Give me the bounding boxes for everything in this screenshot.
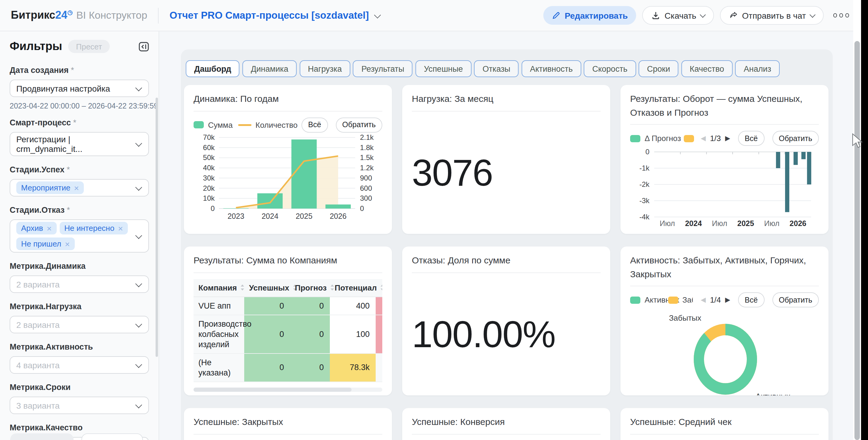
sidebar-bottom-buttons [10,433,143,440]
column-header[interactable]: Потенциал [330,279,376,296]
chart-control-button[interactable]: Всё [738,131,764,146]
tab-5[interactable]: Успешные [415,60,471,77]
filter-select[interactable]: 2 варианта [10,316,149,333]
date-range-note: 2023-04-22 00:00:00 – 2026-04-22 23:59:5… [10,102,149,110]
top-bar: Битрикс24◷BI Конструктор Отчет PRO Смарт… [0,0,861,31]
scrollbar-thumb[interactable] [193,387,351,391]
page-next-icon[interactable]: ▶ [725,296,730,304]
tab-11[interactable]: Анализ [735,60,780,77]
page-prev-icon[interactable]: ◀ [701,134,706,142]
card-title: Результаты: Оборот — сумма Успешных, Отк… [630,92,819,119]
legend-item[interactable]: Забытых [668,295,693,304]
column-header[interactable]: Прогноз [290,279,330,296]
legend-pagination: ◀1/4▶ [701,295,730,304]
send-to-chat-button[interactable]: Отправить в чат [720,6,824,25]
svg-text:Июл: Июл [712,219,727,227]
page-scrollbar[interactable] [853,0,861,440]
divider [630,124,819,125]
sidebar-scrollbar[interactable] [155,98,158,357]
sidebar-button-partial[interactable] [82,433,143,440]
table-row[interactable]: Производство колбасных изделий00100 [193,315,382,353]
remove-tag-icon[interactable]: × [47,223,52,233]
svg-text:-2k: -2k [640,180,650,188]
chart-control-button[interactable]: Обратить [336,117,382,132]
tab-8[interactable]: Скорость [584,60,636,77]
more-menu-button[interactable] [832,10,850,21]
remove-tag-icon[interactable]: × [74,183,79,193]
filter-select[interactable]: Архив×Не интересно×Не пришел× [10,219,149,253]
main-area: ДашбордДинамикаНагрузкаРезультатыУспешны… [160,31,853,440]
tab-9[interactable]: Сроки [639,60,678,77]
card-results-table: Результаты: Сумма по Компаниям КомпанияУ… [184,247,392,396]
column-header[interactable]: Успешных [244,279,290,296]
chevron-down-icon [135,401,142,408]
dynamics-chart[interactable]: 0010k30020k60030k90040k1.2k50k1.5k60k1.8… [193,132,382,224]
tab-7[interactable]: Активность [522,60,581,77]
divider [412,434,600,434]
filter-tag: Мероприятие× [16,182,84,194]
sort-icon [240,284,245,291]
scrollbar-thumb[interactable] [855,41,860,440]
tab-6[interactable]: Отказы [474,60,519,77]
edit-button[interactable]: Редактировать [544,6,636,25]
card-title: Успешные: Закрытых [193,415,382,429]
tab-2[interactable]: Динамика [242,60,297,77]
page-prev-icon[interactable]: ◀ [701,296,706,304]
filter-label: Стадии.Успех * [10,164,149,175]
filters-title: Фильтры [10,40,62,53]
remove-tag-icon[interactable]: × [118,223,123,233]
legend-item[interactable] [683,135,693,142]
card-title: Успешные: Конверсия [412,415,600,429]
filter-select[interactable]: 2 варианта [10,276,149,293]
svg-text:40k: 40k [203,163,215,171]
tab-3[interactable]: Нагрузка [299,60,350,77]
filter-select[interactable]: 4 варианта [10,356,149,374]
filter-select[interactable]: 3 варианта [10,397,149,414]
tab-10[interactable]: Качество [681,60,733,77]
page-next-icon[interactable]: ▶ [725,134,730,142]
divider [630,286,819,286]
app-window: Битрикс24◷BI Конструктор Отчет PRO Смарт… [0,0,868,440]
table-horizontal-scrollbar[interactable] [193,387,382,391]
filter-select[interactable]: Мероприятие× [10,179,149,196]
turnover-chart[interactable]: 0-1k-2k-3k-4kИюл2024Июл2025Июл2026 [630,146,819,230]
svg-text:1.2k: 1.2k [360,163,374,171]
chevron-down-icon [135,184,142,190]
chevron-down-icon[interactable] [374,12,381,19]
svg-text:2026: 2026 [789,219,806,227]
chart-control-button[interactable]: Всё [738,292,764,307]
card-success-closed: Успешные: Закрытых [184,408,392,440]
clock-icon: ◷ [67,9,72,16]
legend-item[interactable]: Δ Прогноз [630,134,676,143]
chart-control-button[interactable]: Всё [302,117,328,132]
legend-swatch [630,135,640,142]
legend-item[interactable]: Количество [238,120,293,129]
svg-text:900: 900 [360,174,372,182]
filter-select[interactable]: Продвинутая настройка [10,80,149,97]
legend-item[interactable]: Активных [630,295,660,304]
table-row[interactable]: (Не указана)0078.3k [193,353,382,381]
chart-control-button[interactable]: Обратить [772,131,819,146]
legend-item[interactable]: Сумма [193,120,230,129]
mouse-cursor [852,133,863,149]
collapse-sidebar-button[interactable] [139,41,149,52]
divider [193,434,382,434]
sidebar-button-partial[interactable] [10,433,73,440]
chart-control-button[interactable]: Обратить [772,292,819,307]
filter-tag: Не интересно× [59,222,128,234]
table-row[interactable]: VUE апп00400 [193,296,382,315]
filter-select[interactable]: Регистрации | crm_dynamic_it... [10,132,149,156]
legend-label: Сумма [208,120,233,129]
svg-text:30k: 30k [203,174,215,182]
report-title[interactable]: Отчет PRO Смарт-процессы [sozdavatel] [169,10,379,21]
tab-1[interactable]: Дашборд [186,60,240,77]
svg-text:Активных: Активных [755,392,790,396]
activity-donut-chart[interactable]: ЗабытыхАктивных [630,307,819,396]
remove-tag-icon[interactable]: × [65,239,70,249]
tab-4[interactable]: Результаты [353,60,413,77]
chevron-down-icon [700,12,706,18]
download-button[interactable]: Скачать [642,6,714,25]
preset-chip[interactable]: Пресет [68,40,110,53]
card-title: Активность: Забытых, Активных, Горячих, … [630,254,819,281]
column-header[interactable]: Компания [193,279,244,296]
